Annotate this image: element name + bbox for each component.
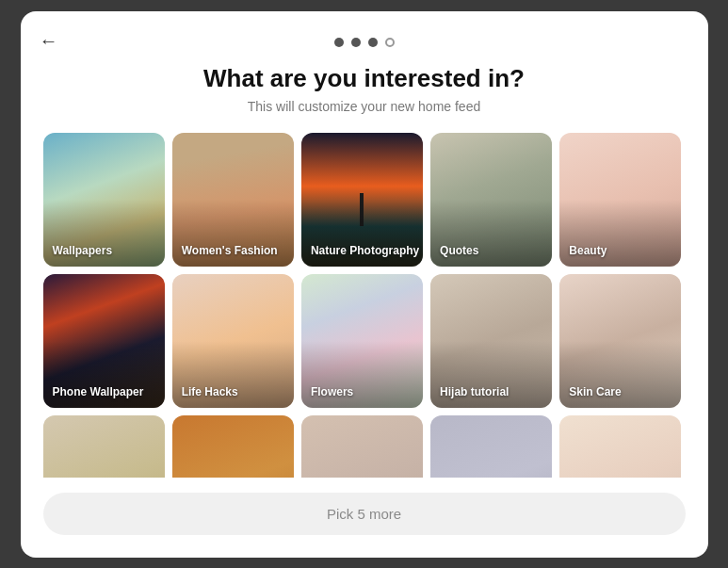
cards-grid: WallpapersWomen's FashionNature Photogra… xyxy=(43,133,682,478)
progress-dot-2 xyxy=(351,38,361,47)
progress-dot-1 xyxy=(334,38,344,47)
card-row3-2[interactable] xyxy=(172,415,294,478)
card-label-life-hacks: Life Hacks xyxy=(182,385,238,400)
cards-grid-container: WallpapersWomen's FashionNature Photogra… xyxy=(43,133,686,478)
card-quotes[interactable]: Quotes xyxy=(430,133,552,267)
card-wallpapers[interactable]: Wallpapers xyxy=(43,133,165,267)
card-row3-3[interactable] xyxy=(301,415,423,478)
card-label-womens-fashion: Women's Fashion xyxy=(182,244,278,259)
modal-title: What are you interested in? xyxy=(43,64,686,93)
card-hijab-tutorial[interactable]: Hijab tutorial xyxy=(430,274,552,408)
card-label-hijab-tutorial: Hijab tutorial xyxy=(440,385,509,400)
pick-more-button[interactable]: Pick 5 more xyxy=(43,493,686,535)
card-label-quotes: Quotes xyxy=(440,244,478,259)
card-label-phone-wallpaper: Phone Wallpaper xyxy=(53,385,144,400)
card-phone-wallpaper[interactable]: Phone Wallpaper xyxy=(43,274,165,408)
card-womens-fashion[interactable]: Women's Fashion xyxy=(172,133,294,267)
card-label-flowers: Flowers xyxy=(311,385,353,400)
interest-modal: ← What are you interested in? This will … xyxy=(21,11,708,558)
modal-subtitle: This will customize your new home feed xyxy=(43,99,686,114)
card-life-hacks[interactable]: Life Hacks xyxy=(172,274,294,408)
progress-dot-3 xyxy=(368,38,378,47)
progress-dot-4 xyxy=(385,38,395,47)
card-label-beauty: Beauty xyxy=(569,244,607,259)
card-skin-care[interactable]: Skin Care xyxy=(559,274,681,408)
card-label-wallpapers: Wallpapers xyxy=(53,244,113,259)
card-row3-4[interactable] xyxy=(430,415,552,478)
card-beauty[interactable]: Beauty xyxy=(559,133,681,267)
card-label-nature-photography: Nature Photography xyxy=(311,244,419,259)
progress-dots xyxy=(43,38,686,47)
card-flowers[interactable]: Flowers xyxy=(301,274,423,408)
card-label-skin-care: Skin Care xyxy=(569,385,621,400)
card-row3-5[interactable] xyxy=(559,415,681,478)
back-button[interactable]: ← xyxy=(40,30,58,52)
card-nature-photography[interactable]: Nature Photography xyxy=(301,133,423,267)
card-row3-1[interactable] xyxy=(43,415,165,478)
